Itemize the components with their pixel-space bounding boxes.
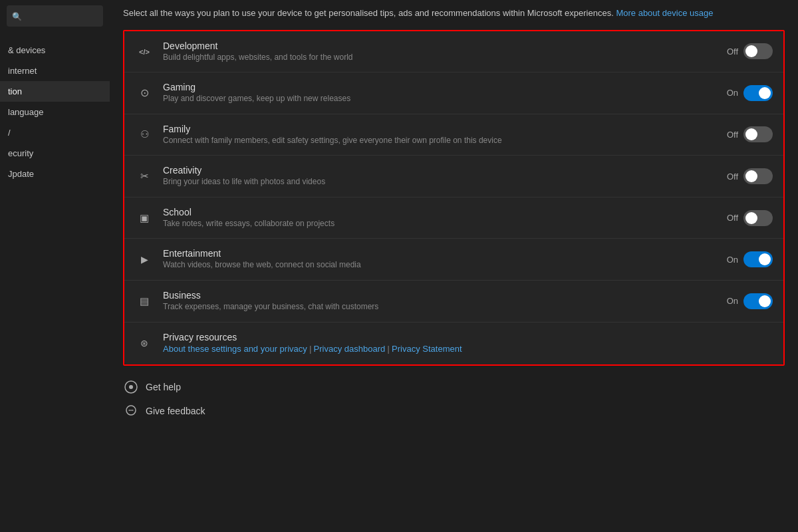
settings-item-family: Family Connect with family members, edit… [124, 114, 783, 156]
entertainment-toggle-label: On [727, 255, 738, 265]
main-content: Select all the ways you plan to use your… [110, 0, 798, 532]
creativity-title: Creativity [163, 165, 718, 176]
business-title: Business [163, 290, 718, 301]
gaming-toggle-label: On [727, 88, 738, 98]
sidebar-item-slash[interactable]: / [0, 122, 110, 143]
business-toggle-label: On [727, 296, 738, 306]
development-toggle-label: Off [727, 47, 738, 57]
development-toggle[interactable] [743, 43, 773, 59]
school-title: School [163, 207, 718, 217]
sidebar-item-internet[interactable]: internet [0, 61, 110, 81]
selection-box: Development Build delightful apps, websi… [123, 30, 785, 366]
family-title: Family [163, 124, 718, 134]
intro-text: Select all the ways you plan to use your… [123, 0, 785, 30]
business-desc: Track expenses, manage your business, ch… [163, 302, 718, 313]
entertainment-toggle[interactable] [743, 251, 773, 267]
settings-item-creativity: Creativity Bring your ideas to life with… [124, 156, 783, 198]
settings-item-business: Business Track expenses, manage your bus… [124, 281, 783, 323]
business-toggle[interactable] [743, 293, 773, 309]
gaming-toggle-knob [759, 87, 771, 99]
entertainment-icon [135, 250, 154, 269]
footer-links: Get help Give feedback [123, 379, 785, 419]
gaming-toggle[interactable] [743, 85, 773, 101]
give-feedback-link[interactable]: Give feedback [123, 403, 785, 419]
sidebar-item-language[interactable]: language [0, 102, 110, 122]
sidebar-item-security[interactable]: ecurity [0, 143, 110, 164]
school-icon [135, 209, 154, 227]
entertainment-toggle-knob [759, 253, 771, 265]
get-help-label: Get help [146, 382, 181, 392]
search-icon [12, 11, 22, 21]
settings-item-development: Development Build delightful apps, websi… [124, 31, 783, 73]
school-toggle-label: Off [727, 213, 738, 223]
development-icon [135, 42, 154, 61]
family-icon [135, 125, 154, 144]
development-desc: Build delightful apps, websites, and too… [163, 53, 718, 63]
business-icon [135, 292, 154, 311]
get-help-link[interactable]: Get help [123, 379, 785, 395]
gaming-desc: Play and discover games, keep up with ne… [163, 94, 718, 104]
privacy-title: Privacy resources [163, 332, 773, 342]
settings-list: Development Build delightful apps, websi… [124, 31, 783, 364]
settings-item-privacy: Privacy resources About these settings a… [124, 323, 783, 364]
more-link[interactable]: More about device usage [616, 8, 713, 18]
sidebar-item-tion[interactable]: tion [0, 81, 110, 102]
sidebar-item-devices[interactable]: & devices [0, 40, 110, 61]
sidebar: & devices internet tion language / ecuri… [0, 0, 110, 532]
privacy-icon [135, 334, 154, 352]
settings-item-school: School Take notes, write essays, collabo… [124, 198, 783, 239]
give-feedback-label: Give feedback [146, 406, 205, 416]
gaming-icon [135, 84, 154, 102]
creativity-toggle[interactable] [743, 168, 773, 184]
svg-point-5 [132, 410, 134, 411]
creativity-toggle-knob [745, 170, 757, 182]
privacy-link-about[interactable]: About these settings and your privacy [163, 344, 307, 354]
svg-point-1 [129, 385, 133, 389]
sidebar-nav: & devices internet tion language / ecuri… [0, 40, 110, 184]
help-icon [123, 379, 139, 395]
development-title: Development [163, 41, 718, 51]
sidebar-item-update[interactable]: Jpdate [0, 164, 110, 184]
school-desc: Take notes, write essays, collaborate on… [163, 219, 718, 229]
family-desc: Connect with family members, edit safety… [163, 136, 718, 146]
creativity-desc: Bring your ideas to life with photos and… [163, 177, 718, 188]
gaming-title: Gaming [163, 82, 718, 92]
entertainment-title: Entertainment [163, 248, 718, 259]
school-toggle[interactable] [743, 210, 773, 226]
family-toggle[interactable] [743, 126, 773, 142]
privacy-link-statement[interactable]: Privacy Statement [392, 344, 462, 354]
entertainment-desc: Watch videos, browse the web, connect on… [163, 260, 718, 271]
feedback-icon [123, 403, 139, 419]
svg-point-3 [129, 410, 130, 411]
search-bar[interactable] [7, 5, 103, 27]
development-toggle-knob [745, 45, 757, 57]
family-toggle-label: Off [727, 130, 738, 140]
family-toggle-knob [745, 128, 757, 140]
school-toggle-knob [745, 212, 757, 224]
creativity-toggle-label: Off [727, 172, 738, 182]
creativity-icon [135, 167, 154, 186]
business-toggle-knob [759, 295, 771, 307]
privacy-link-dashboard[interactable]: Privacy dashboard [314, 344, 386, 354]
settings-item-gaming: Gaming Play and discover games, keep up … [124, 72, 783, 114]
settings-item-entertainment: Entertainment Watch videos, browse the w… [124, 239, 783, 281]
svg-point-4 [130, 410, 132, 411]
